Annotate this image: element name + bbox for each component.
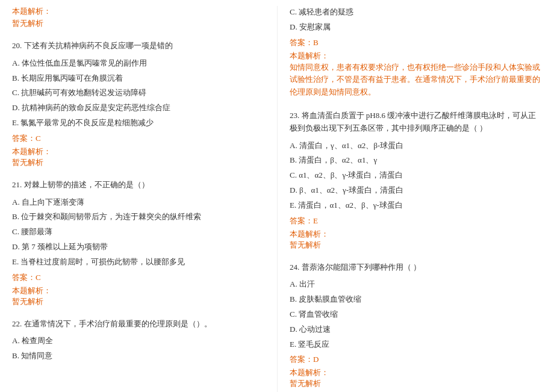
- q22-analysis-title: 本题解析：: [290, 51, 542, 61]
- q21-answer-label: 答案：: [12, 273, 36, 282]
- q23-option-e: E. 清蛋白，α1、α2、β、γ-球蛋白: [290, 199, 542, 212]
- q24-option-d: D. 心动过速: [290, 323, 542, 336]
- q21-option-d: D. 第 7 颈椎以上延为项韧带: [12, 241, 265, 254]
- q21-no-analysis: 暂无解析: [12, 296, 265, 307]
- q20-option-a: A. 体位性低血压是氯丙嗪常见的副作用: [12, 57, 265, 70]
- q20-answer: 答案：C: [12, 133, 265, 144]
- question-24-block: 24. 普萘洛尔能阻滞下列哪种作用（ ） A. 出汗 B. 皮肤黏膜血管收缩 C…: [290, 261, 542, 390]
- right-column: C. 减轻患者的疑惑 D. 安慰家属 答案：B 本题解析： 知情同意权，患者有权…: [277, 6, 554, 392]
- top-analysis-label: 本题解析：: [12, 6, 265, 17]
- q22-answer: 答案：B: [290, 37, 542, 48]
- question-22-block-right: C. 减轻患者的疑惑 D. 安慰家属 答案：B 本题解析： 知情同意权，患者有权…: [290, 6, 542, 99]
- question-23-block: 23. 将血清蛋白质置于 pH8.6 缓冲液中进行乙酸纤维薄膜电泳时，可从正极到…: [290, 110, 542, 250]
- q24-answer: 答案：D: [290, 354, 542, 365]
- q24-answer-value: D: [313, 355, 319, 364]
- q23-no-analysis: 暂无解析: [290, 240, 542, 250]
- top-analysis-block: 本题解析： 暂无解析: [12, 6, 265, 29]
- question-22-block-left: 22. 在通常情况下，手术治疗前最重要的伦理原则是（）。 A. 检查周全 B. …: [12, 318, 265, 362]
- q23-answer-value: E: [313, 216, 318, 225]
- q23-analysis-title: 本题解析：: [290, 229, 542, 240]
- q20-option-b: B. 长期应用氯丙嗪可在角膜沉着: [12, 72, 265, 85]
- q22-option-d: D. 安慰家属: [290, 21, 542, 34]
- left-column: 本题解析： 暂无解析 20. 下述有关抗精神病药不良反应哪一项是错的 A. 体位…: [0, 6, 277, 392]
- q21-answer-value: C: [36, 273, 41, 282]
- q22-analysis-content: 知情同意权，患者有权要求治疗，也有权拒绝一些诊治手段和人体实验或试验性治疗，不管…: [290, 61, 542, 99]
- q23-option-c: C. α1、α2、β、γ-球蛋白，清蛋白: [290, 169, 542, 182]
- q24-no-analysis: 暂无解析: [290, 378, 542, 389]
- q24-option-c: C. 肾血管收缩: [290, 308, 542, 321]
- q22-answer-label: 答案：: [290, 38, 313, 47]
- q22-option-a: A. 检查周全: [12, 335, 265, 347]
- q20-option-c: C. 抗胆碱药可有效地翻转迟发运动障碍: [12, 87, 265, 99]
- q20-answer-value: C: [36, 134, 41, 143]
- question-20-title: 20. 下述有关抗精神病药不良反应哪一项是错的: [12, 40, 265, 52]
- top-no-analysis: 暂无解析: [12, 18, 265, 29]
- question-20-block: 20. 下述有关抗精神病药不良反应哪一项是错的 A. 体位性低血压是氯丙嗪常见的…: [12, 40, 265, 168]
- q24-answer-label: 答案：: [290, 355, 313, 364]
- q22-option-c: C. 减轻患者的疑惑: [290, 6, 542, 19]
- q21-option-a: A. 自上向下逐渐变薄: [12, 196, 265, 209]
- q20-no-analysis: 暂无解析: [12, 157, 265, 168]
- q21-analysis-title: 本题解析：: [12, 285, 265, 296]
- question-21-block: 21. 对棘上韧带的描述，不正确的是（） A. 自上向下逐渐变薄 B. 位于棘突…: [12, 179, 265, 307]
- q20-answer-label: 答案：: [12, 134, 36, 143]
- q23-option-d: D. β、α1、α2、γ-球蛋白，清蛋白: [290, 184, 542, 197]
- q21-option-b: B. 位于棘突和颞间韧带后方，为连于棘突尖的纵纤维索: [12, 211, 265, 223]
- q24-option-e: E. 竖毛反应: [290, 338, 542, 351]
- page-container: 本题解析： 暂无解析 20. 下述有关抗精神病药不良反应哪一项是错的 A. 体位…: [0, 0, 554, 392]
- q20-analysis-title: 本题解析：: [12, 146, 265, 157]
- q23-answer-label: 答案：: [290, 216, 313, 225]
- q22-answer-value: B: [313, 38, 319, 47]
- q23-answer: 答案：E: [290, 216, 542, 226]
- q24-option-b: B. 皮肤黏膜血管收缩: [290, 293, 542, 306]
- q23-option-a: A. 清蛋白，γ、α1、α2、β-球蛋白: [290, 140, 542, 152]
- q20-option-d: D. 抗精神病药的致命反应是安定药恶性综合症: [12, 102, 265, 114]
- q21-option-e: E. 当脊柱过度前屈时，可损伤此韧带，以腰部多见: [12, 256, 265, 269]
- q21-answer: 答案：C: [12, 272, 265, 283]
- question-21-title: 21. 对棘上韧带的描述，不正确的是（）: [12, 179, 265, 191]
- q22-option-b: B. 知情同意: [12, 350, 265, 362]
- q24-analysis-title: 本题解析：: [290, 367, 542, 378]
- question-23-title: 23. 将血清蛋白质置于 pH8.6 缓冲液中进行乙酸纤维薄膜电泳时，可从正极到…: [290, 110, 542, 135]
- q23-option-b: B. 清蛋白，β、α2、α1、γ: [290, 154, 542, 167]
- q21-option-c: C. 腰部最薄: [12, 226, 265, 238]
- q24-option-a: A. 出汗: [290, 278, 542, 291]
- question-24-title: 24. 普萘洛尔能阻滞下列哪种作用（ ）: [290, 261, 542, 274]
- question-22-title: 22. 在通常情况下，手术治疗前最重要的伦理原则是（）。: [12, 318, 265, 331]
- q20-option-e: E. 氯氮平最常见的不良反应是粒细胞减少: [12, 117, 265, 129]
